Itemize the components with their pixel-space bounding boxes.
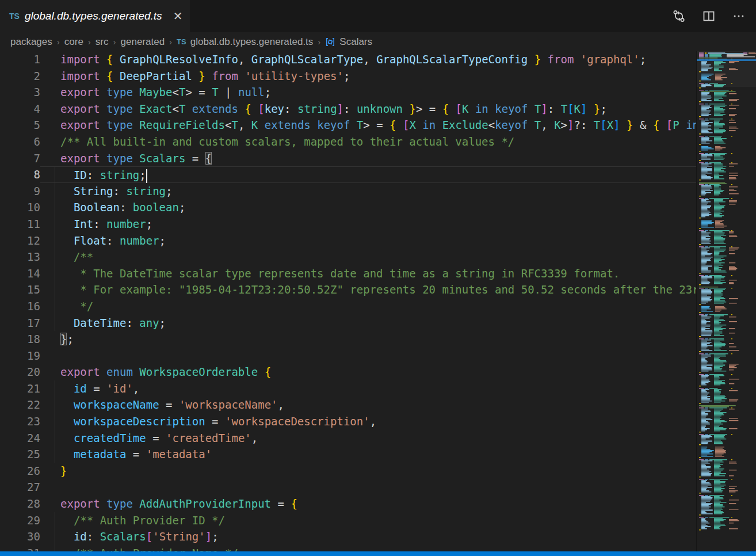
token: X (409, 119, 415, 131)
code-line[interactable]: 22 workspaceName = 'workspaceName', (0, 397, 696, 413)
token: ; (600, 102, 606, 115)
code-line[interactable]: 27 (0, 479, 696, 496)
token (528, 53, 534, 66)
breadcrumb-item-core[interactable]: core (64, 36, 83, 48)
code-line[interactable]: 5export type RequireFields<T, K extends … (0, 117, 696, 134)
code-line[interactable]: 31 /** Auth Provider Name */ (0, 545, 696, 551)
code-line[interactable]: 3export type Maybe<T> = T | null; (0, 84, 696, 101)
token: export (60, 152, 100, 165)
token: 'metadata' (146, 448, 212, 460)
token: , (541, 119, 554, 131)
minimap[interactable] (696, 51, 756, 551)
code-lines[interactable]: 1import { GraphQLResolveInfo, GraphQLSca… (0, 51, 696, 551)
code-line[interactable]: 20export enum WorkspaceOrderable { (0, 364, 696, 380)
line-content: createdTime = 'createdTime', (40, 430, 696, 447)
token: Float (60, 234, 106, 247)
split-editor-icon[interactable] (702, 9, 716, 23)
breadcrumb-label: packages (10, 36, 52, 48)
breadcrumb-item-packages[interactable]: packages (10, 36, 52, 48)
code-line[interactable]: 16 */ (0, 298, 696, 315)
token: DeepPartial (113, 70, 192, 82)
token: Maybe (133, 86, 173, 98)
status-bar[interactable] (0, 551, 756, 556)
token: export (60, 86, 100, 98)
code-line[interactable]: 10 Boolean: boolean; (0, 199, 696, 216)
token: 'id' (106, 382, 133, 395)
code-line[interactable]: 24 createdTime = 'createdTime', (0, 430, 696, 447)
token: 'String' (152, 530, 205, 543)
code-line[interactable]: 14 * The DateTime scalar type represents… (0, 265, 696, 282)
code-line[interactable]: 15 * For example: "1985-04-12T23:20:50.5… (0, 281, 696, 298)
token: } (60, 464, 67, 477)
code-line[interactable]: 26} (0, 463, 696, 479)
breadcrumb-item-src[interactable]: src (96, 36, 109, 48)
token: RequireFields (133, 119, 225, 131)
token: T (528, 102, 541, 115)
token: > (561, 119, 567, 131)
token: Scalars (133, 152, 186, 165)
code-line[interactable]: 2import { DeepPartial } from 'utility-ty… (0, 68, 696, 85)
line-number: 1 (0, 51, 40, 68)
line-number: 25 (0, 446, 40, 463)
close-icon[interactable]: ✕ (173, 10, 183, 22)
code-line[interactable]: 28export type AddAuthProviderInput = { (0, 496, 696, 512)
code-line[interactable]: 11 Int: number; (0, 216, 696, 233)
breadcrumb-item-scalars[interactable]: Scalars (325, 36, 372, 48)
token: K (574, 102, 581, 115)
token: DateTime (60, 317, 126, 329)
code-line[interactable]: 9 String: string; (0, 183, 696, 200)
token: string (297, 102, 337, 115)
code-line[interactable]: 8 ID: string; (0, 166, 696, 183)
code-line[interactable]: 23 workspaceDescription = 'workspaceDesc… (0, 413, 696, 430)
token: < (172, 86, 178, 98)
token: [ (666, 119, 673, 131)
code-line[interactable]: 25 metadata = 'metadata' (0, 446, 696, 463)
breadcrumb-item-generated[interactable]: generated (121, 36, 165, 48)
token: type (100, 102, 133, 115)
token: = (87, 382, 106, 395)
code-line[interactable]: 30 id: Scalars['String']; (0, 528, 696, 545)
token: type (100, 86, 133, 98)
tab-title: global.db.types.generated.ts (25, 10, 162, 22)
line-number: 5 (0, 117, 40, 134)
code-line[interactable]: 17 DateTime: any; (0, 315, 696, 332)
code-line[interactable]: 7export type Scalars = { (0, 150, 696, 167)
code-line[interactable]: 19 (0, 348, 696, 364)
token (620, 119, 627, 131)
token: keyof (495, 119, 528, 131)
line-number: 9 (0, 183, 40, 200)
code-line[interactable]: 29 /** Auth Provider ID */ (0, 512, 696, 529)
line-number: 30 (0, 528, 40, 545)
code-line[interactable]: 13 /** (0, 249, 696, 265)
token: String (60, 185, 113, 197)
breadcrumb-separator: › (318, 37, 320, 47)
compare-changes-icon[interactable] (672, 9, 686, 23)
code-line[interactable]: 21 id = 'id', (0, 380, 696, 397)
code-line[interactable]: 6/** All built-in and custom scalars, ma… (0, 134, 696, 150)
token: key (265, 102, 284, 115)
token: 'workspaceName' (179, 398, 278, 411)
token: = (146, 432, 166, 444)
tab-global-db-types[interactable]: TS global.db.types.generated.ts ✕ (0, 0, 190, 32)
more-actions-icon[interactable] (732, 9, 746, 23)
line-content: * The DateTime scalar type represents da… (40, 265, 696, 282)
token: number (106, 218, 146, 230)
minimap-slider[interactable] (697, 51, 756, 87)
token: { (291, 497, 297, 510)
line-number: 27 (0, 479, 40, 496)
code-line[interactable]: 4export type Exact<T extends { [key: str… (0, 101, 696, 117)
token: /** All built-in and custom scalars, map… (60, 135, 514, 148)
token: Int (60, 218, 93, 230)
token: ; (159, 234, 166, 247)
token: ] (205, 530, 212, 543)
token: ; (159, 317, 166, 329)
code-line[interactable]: 1import { GraphQLResolveInfo, GraphQLSca… (0, 51, 696, 68)
token: enum (100, 365, 133, 378)
token: } (594, 102, 600, 115)
typescript-file-icon: TS (9, 12, 20, 21)
code-line[interactable]: 18}; (0, 331, 696, 348)
token: [ (146, 530, 152, 543)
breadcrumb-item-global-db-types-generated-ts[interactable]: TSglobal.db.types.generated.ts (177, 36, 313, 48)
token: WorkspaceOrderable (133, 365, 258, 378)
code-line[interactable]: 12 Float: number; (0, 233, 696, 249)
